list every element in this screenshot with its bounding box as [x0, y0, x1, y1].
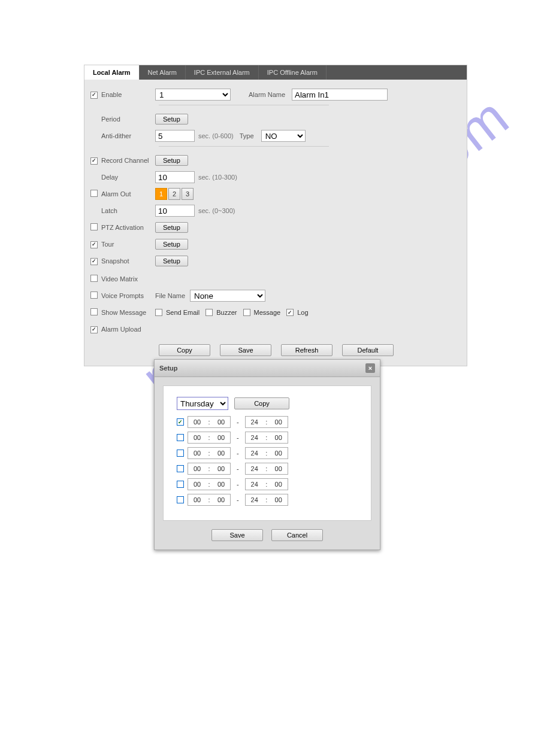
- show-message-label: Show Message: [101, 309, 155, 316]
- dash-icon: -: [237, 450, 239, 457]
- latch-label: Latch: [101, 207, 155, 214]
- record-channel-checkbox[interactable]: [90, 157, 98, 165]
- period-5-start-input[interactable]: 00:00: [188, 478, 231, 490]
- period-6-checkbox[interactable]: [177, 496, 184, 503]
- alarm-name-input[interactable]: [292, 89, 388, 101]
- anti-dither-input[interactable]: [155, 130, 195, 142]
- period-3-end-input[interactable]: 24:00: [245, 447, 288, 459]
- message-label: Message: [254, 309, 281, 316]
- message-checkbox[interactable]: [243, 309, 250, 316]
- log-checkbox[interactable]: [286, 309, 294, 316]
- latch-input[interactable]: [155, 205, 195, 217]
- log-label: Log: [297, 309, 308, 316]
- day-select[interactable]: Thursday: [177, 397, 228, 410]
- buzzer-label: Buzzer: [216, 309, 237, 316]
- alarm-out-1-button[interactable]: 1: [155, 188, 167, 200]
- dash-icon: -: [237, 465, 239, 472]
- modal-save-button[interactable]: Save: [211, 529, 263, 541]
- snapshot-checkbox[interactable]: [90, 258, 98, 265]
- show-message-checkbox[interactable]: [90, 308, 98, 315]
- tab-local-alarm[interactable]: Local Alarm: [84, 65, 140, 80]
- period-1-end-input[interactable]: 24:00: [245, 416, 288, 428]
- alarm-upload-label: Alarm Upload: [101, 326, 155, 333]
- voice-prompts-label: Voice Prompts: [101, 292, 155, 299]
- latch-hint: sec. (0~300): [198, 207, 235, 214]
- buzzer-checkbox[interactable]: [205, 309, 213, 316]
- ptz-setup-button[interactable]: Setup: [155, 222, 188, 233]
- type-select[interactable]: NO: [261, 130, 306, 142]
- refresh-button[interactable]: Refresh: [281, 344, 333, 356]
- tour-label: Tour: [101, 241, 155, 248]
- period-2-checkbox[interactable]: [177, 434, 184, 441]
- tab-bar: Local Alarm Net Alarm IPC External Alarm…: [84, 65, 467, 80]
- enable-checkbox[interactable]: [90, 92, 98, 99]
- dash-icon: -: [237, 418, 239, 426]
- tab-net-alarm[interactable]: Net Alarm: [140, 65, 186, 80]
- period-5-checkbox[interactable]: [177, 481, 184, 488]
- video-matrix-label: Video Matrix: [101, 275, 155, 283]
- dash-icon: -: [237, 481, 239, 488]
- copy-button[interactable]: Copy: [159, 344, 210, 356]
- send-email-checkbox[interactable]: [155, 309, 162, 316]
- period-1-start-input[interactable]: 00:00: [188, 416, 231, 428]
- alarm-panel: Local Alarm Net Alarm IPC External Alarm…: [84, 65, 467, 366]
- period-label: Period: [101, 116, 155, 123]
- period-6-end-input[interactable]: 24:00: [245, 494, 288, 506]
- enable-label: Enable: [101, 91, 155, 98]
- record-channel-label: Record Channel: [101, 157, 155, 164]
- anti-dither-hint: sec. (0-600): [198, 132, 234, 139]
- close-icon[interactable]: ×: [365, 363, 375, 373]
- tour-setup-button[interactable]: Setup: [155, 239, 188, 250]
- file-name-label: File Name: [155, 292, 190, 299]
- anti-dither-label: Anti-dither: [101, 132, 155, 139]
- dash-icon: -: [237, 434, 239, 441]
- type-label: Type: [240, 132, 261, 139]
- panel-body: Enable 1 Alarm Name Period Setup Anti-di…: [84, 80, 467, 366]
- period-1-checkbox[interactable]: [177, 418, 184, 426]
- delay-input[interactable]: [155, 171, 195, 183]
- modal-copy-button[interactable]: Copy: [234, 397, 289, 409]
- save-button[interactable]: Save: [220, 344, 271, 356]
- channel-select[interactable]: 1: [155, 89, 231, 101]
- default-button[interactable]: Default: [342, 344, 394, 356]
- alarm-out-label: Alarm Out: [101, 190, 155, 198]
- ptz-label: PTZ Activation: [101, 224, 155, 231]
- tour-checkbox[interactable]: [90, 241, 98, 248]
- alarm-out-2-button[interactable]: 2: [168, 188, 180, 200]
- video-matrix-checkbox[interactable]: [90, 275, 98, 282]
- period-setup-button[interactable]: Setup: [155, 114, 188, 125]
- ptz-checkbox[interactable]: [90, 223, 98, 230]
- tab-ipc-offline-alarm[interactable]: IPC Offline Alarm: [259, 65, 327, 80]
- alarm-out-checkbox[interactable]: [90, 190, 98, 197]
- send-email-label: Send Email: [166, 309, 200, 316]
- period-6-start-input[interactable]: 00:00: [188, 494, 231, 506]
- modal-cancel-button[interactable]: Cancel: [271, 529, 323, 541]
- period-2-end-input[interactable]: 24:00: [245, 432, 288, 444]
- alarm-out-3-button[interactable]: 3: [182, 188, 194, 200]
- file-name-select[interactable]: None: [190, 290, 265, 302]
- period-3-checkbox[interactable]: [177, 450, 184, 457]
- modal-title: Setup: [159, 365, 178, 372]
- period-4-end-input[interactable]: 24:00: [245, 463, 288, 475]
- alarm-upload-checkbox[interactable]: [90, 326, 98, 333]
- period-4-start-input[interactable]: 00:00: [188, 463, 231, 475]
- alarm-name-label: Alarm Name: [249, 91, 292, 98]
- period-3-start-input[interactable]: 00:00: [188, 447, 231, 459]
- snapshot-label: Snapshot: [101, 257, 155, 265]
- snapshot-setup-button[interactable]: Setup: [155, 256, 188, 266]
- period-2-start-input[interactable]: 00:00: [188, 432, 231, 444]
- period-4-checkbox[interactable]: [177, 465, 184, 472]
- record-channel-setup-button[interactable]: Setup: [155, 155, 188, 166]
- setup-modal: Setup × Thursday Copy 00:00-24:0000:00-2…: [154, 359, 380, 550]
- period-5-end-input[interactable]: 24:00: [245, 478, 288, 490]
- voice-prompts-checkbox[interactable]: [90, 292, 98, 299]
- delay-label: Delay: [101, 174, 155, 181]
- tab-ipc-external-alarm[interactable]: IPC External Alarm: [186, 65, 259, 80]
- delay-hint: sec. (10-300): [198, 174, 237, 181]
- dash-icon: -: [237, 496, 239, 503]
